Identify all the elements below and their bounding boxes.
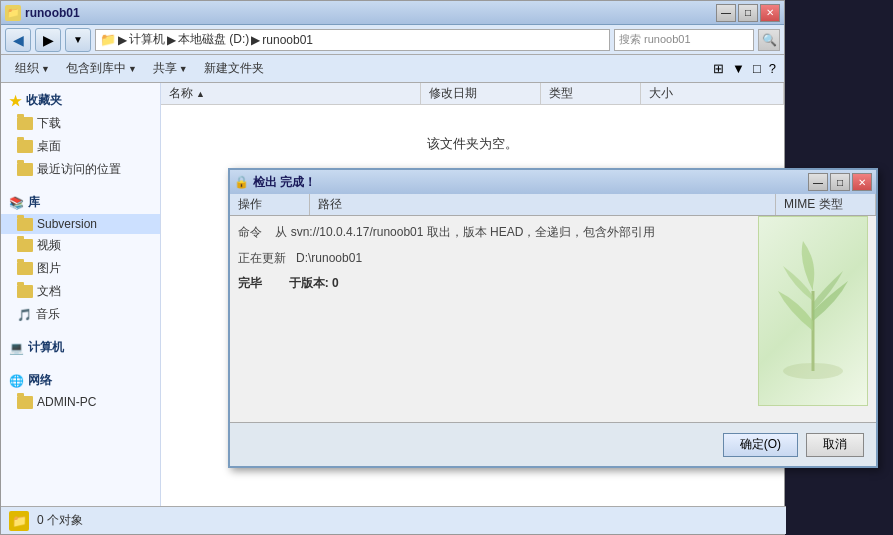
svn-table-header: 操作 路径 MIME 类型 <box>230 194 876 216</box>
folder-icon-adminpc <box>17 396 33 409</box>
address-path[interactable]: 📁 ▶ 计算机 ▶ 本地磁盘 (D:) ▶ runoob01 <box>95 29 610 51</box>
path-icon: 📁 <box>100 32 116 47</box>
status-bar: 📁 0 个对象 <box>1 506 786 534</box>
computer-header[interactable]: 💻 计算机 <box>1 336 160 359</box>
docs-label: 文档 <box>37 283 61 300</box>
path-separator: ▶ <box>118 33 127 47</box>
download-label: 下载 <box>37 115 61 132</box>
toolbar: 组织 ▼ 包含到库中 ▼ 共享 ▼ 新建文件夹 ⊞ ▼ □ ? <box>1 55 784 83</box>
organize-button[interactable]: 组织 ▼ <box>9 58 56 80</box>
library-header[interactable]: 📚 库 <box>1 191 160 214</box>
svn-updating-label: 正在更新 <box>238 251 286 265</box>
library-label: 库 <box>28 194 40 211</box>
sidebar: ★ 收藏夹 下载 桌面 最近访问的位置 📚 <box>1 83 161 534</box>
title-controls: — □ ✕ <box>716 4 780 22</box>
folder-icon-recent <box>17 163 33 176</box>
back-button[interactable]: ◀ <box>5 28 31 52</box>
svn-col-path: 路径 <box>310 194 776 215</box>
restore-button[interactable]: □ <box>738 4 758 22</box>
new-folder-button[interactable]: 新建文件夹 <box>198 58 270 80</box>
svn-close-button[interactable]: ✕ <box>852 173 872 191</box>
video-label: 视频 <box>37 237 61 254</box>
svn-command-value: 从 svn://10.0.4.17/runoob01 取出，版本 HEAD，全递… <box>275 225 655 239</box>
svn-dialog-title: 检出 完成！ <box>253 174 316 191</box>
path-drive: 本地磁盘 (D:) <box>178 31 249 48</box>
svn-title-left: 🔒 检出 完成！ <box>234 174 316 191</box>
svn-complete-label: 完毕 <box>238 276 262 290</box>
network-icon: 🌐 <box>9 374 24 388</box>
sidebar-item-docs[interactable]: 文档 <box>1 280 160 303</box>
network-section: 🌐 网络 ADMIN-PC <box>1 367 160 414</box>
desktop-label: 桌面 <box>37 138 61 155</box>
sidebar-item-music[interactable]: 🎵 音乐 <box>1 303 160 326</box>
status-count: 0 个对象 <box>37 512 83 529</box>
sidebar-item-download[interactable]: 下载 <box>1 112 160 135</box>
svn-restore-button[interactable]: □ <box>830 173 850 191</box>
svn-col-path-label: 路径 <box>318 196 342 213</box>
svn-title-icon: 🔒 <box>234 175 249 189</box>
sidebar-item-video[interactable]: 视频 <box>1 234 160 257</box>
file-header: 名称 ▲ 修改日期 类型 大小 <box>161 83 784 105</box>
close-button[interactable]: ✕ <box>760 4 780 22</box>
library-section-icon: 📚 <box>9 196 24 210</box>
col-type-label: 类型 <box>549 85 573 102</box>
svn-col-action-label: 操作 <box>238 196 262 213</box>
view-button[interactable]: ⊞ <box>713 61 724 76</box>
include-library-button[interactable]: 包含到库中 ▼ <box>60 58 143 80</box>
svn-minimize-button[interactable]: — <box>808 173 828 191</box>
col-date-label: 修改日期 <box>429 85 477 102</box>
cancel-button[interactable]: 取消 <box>806 433 864 457</box>
preview-button[interactable]: □ <box>753 61 761 76</box>
folder-icon-desktop <box>17 140 33 153</box>
library-section: 📚 库 Subversion 视频 图片 文档 <box>1 189 160 328</box>
minimize-button[interactable]: — <box>716 4 736 22</box>
help-button[interactable]: ? <box>769 61 776 76</box>
svn-col-mime-label: MIME 类型 <box>784 196 843 213</box>
forward-button[interactable]: ▶ <box>35 28 61 52</box>
sidebar-item-desktop[interactable]: 桌面 <box>1 135 160 158</box>
sidebar-item-recent[interactable]: 最近访问的位置 <box>1 158 160 181</box>
organize-arrow: ▼ <box>41 64 50 74</box>
share-button[interactable]: 共享 ▼ <box>147 58 194 80</box>
computer-icon: 💻 <box>9 341 24 355</box>
favorites-label: 收藏夹 <box>26 92 62 109</box>
include-library-label: 包含到库中 <box>66 60 126 77</box>
search-box[interactable]: 搜索 runoob01 <box>614 29 754 51</box>
favorites-header[interactable]: ★ 收藏夹 <box>1 89 160 112</box>
svn-decoration <box>758 216 868 406</box>
search-icon-btn[interactable]: 🔍 <box>758 29 780 51</box>
sidebar-item-adminpc[interactable]: ADMIN-PC <box>1 392 160 412</box>
col-type[interactable]: 类型 <box>541 83 641 104</box>
view-dropdown[interactable]: ▼ <box>732 61 745 76</box>
computer-section: 💻 计算机 <box>1 334 160 361</box>
window-title: runoob01 <box>25 6 80 20</box>
col-date[interactable]: 修改日期 <box>421 83 541 104</box>
svn-complete-value: 于版本: 0 <box>289 276 339 290</box>
folder-icon-pictures <box>17 262 33 275</box>
folder-icon <box>17 117 33 130</box>
col-name[interactable]: 名称 ▲ <box>161 83 421 104</box>
svn-dialog: 🔒 检出 完成！ — □ ✕ 操作 路径 MIME 类型 <box>228 168 878 468</box>
path-computer: 计算机 <box>129 31 165 48</box>
sidebar-item-subversion[interactable]: Subversion <box>1 214 160 234</box>
up-button[interactable]: ▼ <box>65 28 91 52</box>
title-bar: 📁 runoob01 — □ ✕ <box>1 1 784 25</box>
network-header[interactable]: 🌐 网络 <box>1 369 160 392</box>
ok-button[interactable]: 确定(O) <box>723 433 798 457</box>
col-size[interactable]: 大小 <box>641 83 784 104</box>
path-folder: runoob01 <box>262 33 313 47</box>
sidebar-item-pictures[interactable]: 图片 <box>1 257 160 280</box>
plant-svg <box>768 231 858 391</box>
folder-icon-video <box>17 239 33 252</box>
network-label: 网络 <box>28 372 52 389</box>
pictures-label: 图片 <box>37 260 61 277</box>
include-library-arrow: ▼ <box>128 64 137 74</box>
adminpc-label: ADMIN-PC <box>37 395 96 409</box>
share-arrow: ▼ <box>179 64 188 74</box>
favorites-section: ★ 收藏夹 下载 桌面 最近访问的位置 <box>1 87 160 183</box>
sort-arrow: ▲ <box>196 89 205 99</box>
status-folder-icon: 📁 <box>9 511 29 531</box>
search-placeholder: 搜索 runoob01 <box>619 32 691 47</box>
explorer-icon: 📁 <box>5 5 21 21</box>
address-bar: ◀ ▶ ▼ 📁 ▶ 计算机 ▶ 本地磁盘 (D:) ▶ runoob01 搜索 … <box>1 25 784 55</box>
